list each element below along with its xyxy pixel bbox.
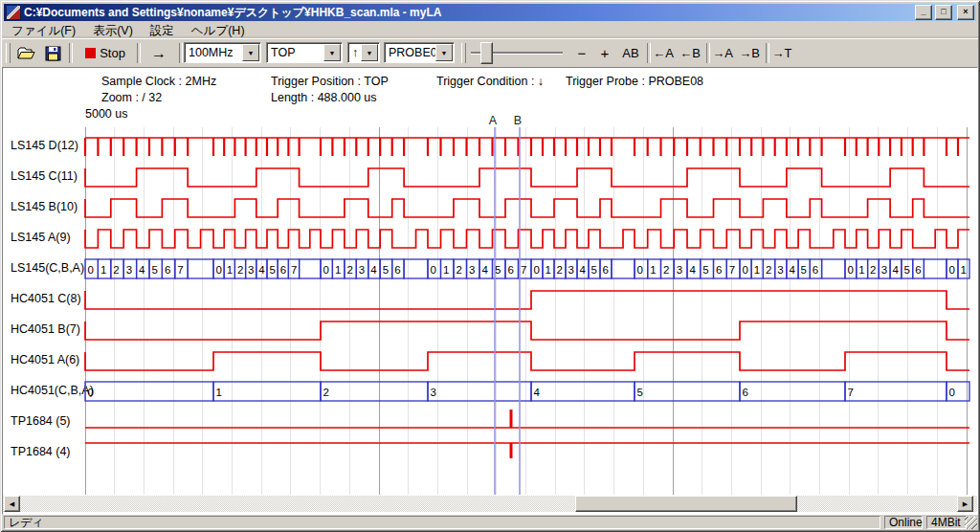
- bus-cell-label: 2: [870, 264, 876, 276]
- bus-cell-label: 6: [743, 387, 748, 398]
- waveform-plot[interactable]: 0123456701234567012345601234567012345601…: [3, 68, 977, 495]
- chevron-down-icon[interactable]: ▼: [242, 44, 259, 61]
- bus-cell-label: 6: [165, 264, 170, 276]
- bus-cell-label: 0: [88, 264, 94, 276]
- channel-wave: [85, 291, 969, 309]
- menu-help[interactable]: ヘルプ(H): [183, 22, 254, 40]
- channel-wave: [85, 321, 969, 340]
- bus-cell-label: 6: [508, 264, 514, 276]
- stop-icon: [85, 48, 96, 58]
- zoom-out-button[interactable]: −: [572, 42, 591, 64]
- bus-cell-label: 3: [881, 264, 887, 276]
- bus-cell-label: 2: [323, 387, 329, 398]
- bus-cell-label: 2: [557, 264, 563, 276]
- bus-cell-label: 1: [100, 264, 106, 276]
- chevron-down-icon[interactable]: ▼: [435, 44, 453, 61]
- bus-cell: [635, 382, 740, 401]
- bus-cell-label: 7: [521, 264, 526, 276]
- bus-cell-label: 3: [359, 264, 365, 276]
- scroll-right-icon[interactable]: ▶: [957, 496, 973, 512]
- bus-cell-label: 4: [370, 264, 377, 276]
- chevron-down-icon[interactable]: ▼: [323, 44, 341, 61]
- minimize-button[interactable]: _: [915, 5, 932, 20]
- window-title: C:¥Documents and Settings¥noname¥デスクトップ¥…: [24, 5, 912, 21]
- save-button[interactable]: [40, 42, 65, 64]
- bus-cell-label: 4: [893, 264, 900, 276]
- run-button[interactable]: →: [143, 42, 175, 64]
- bus-cell-label: 5: [801, 264, 807, 276]
- bus-cell-label: 0: [534, 264, 540, 276]
- cursor-a-label: A: [489, 114, 498, 127]
- bus-cell-label: 5: [637, 387, 643, 398]
- bus-cell-label: 1: [227, 264, 233, 276]
- bus-cell-label: 6: [280, 264, 286, 276]
- zoom-in-button[interactable]: +: [595, 42, 614, 64]
- scroll-left-icon[interactable]: ◀: [4, 496, 20, 512]
- bus-cell-label: 4: [258, 264, 265, 276]
- status-memory-badge: 4MBit: [926, 516, 967, 529]
- close-button[interactable]: ×: [957, 5, 974, 20]
- trigger-edge-combo[interactable]: ↑ ▼: [347, 42, 380, 63]
- bus-cell-label: 3: [126, 264, 132, 276]
- bus-cell: [740, 382, 845, 401]
- bus-cell: [924, 259, 947, 278]
- sample-clock-combo[interactable]: 100MHz ▼: [184, 42, 261, 63]
- status-online-badge: Online: [884, 516, 923, 529]
- bus-cell-label: 5: [152, 264, 158, 276]
- trigger-position-value: TOP: [271, 46, 295, 59]
- menu-view[interactable]: 表示(V): [84, 22, 142, 40]
- cursor-b-label: B: [514, 114, 522, 127]
- title-bar: C:¥Documents and Settings¥noname¥デスクトップ¥…: [4, 4, 976, 21]
- bus-cell-label: 0: [949, 387, 955, 398]
- bus-cell-label: 1: [961, 264, 967, 276]
- maximize-button[interactable]: □: [935, 5, 952, 20]
- menu-settings[interactable]: 設定: [142, 22, 183, 40]
- toolbar-separator: [179, 43, 183, 63]
- bus-cell-label: 6: [716, 264, 722, 276]
- bus-cell-label: 1: [443, 264, 449, 276]
- channel-wave: [85, 199, 969, 217]
- chevron-down-icon[interactable]: ▼: [361, 44, 378, 61]
- bus-cell-label: 0: [637, 264, 643, 276]
- jump-to-b-button[interactable]: ←B: [678, 42, 702, 64]
- bus-cell-label: 6: [813, 264, 818, 276]
- bus-cell-label: 1: [650, 264, 656, 276]
- channel-wave: [85, 352, 969, 370]
- toolbar-grip[interactable]: [461, 43, 466, 63]
- stop-button[interactable]: Stop: [78, 42, 132, 64]
- resize-grip[interactable]: [965, 517, 977, 529]
- bus-cell-label: 2: [457, 264, 462, 276]
- bus-cell: [612, 259, 635, 278]
- open-button[interactable]: [14, 42, 39, 64]
- toolbar: Stop → 100MHz ▼ TOP ▼ ↑ ▼ PROBE00 ▼ − + …: [2, 38, 978, 67]
- channel-wave: [85, 168, 969, 187]
- bus-cell: [188, 259, 213, 278]
- bus-cell-label: 0: [323, 264, 329, 276]
- status-bar: レディ Online 4MBit: [2, 516, 978, 530]
- bus-cell-label: 6: [915, 264, 921, 276]
- zoom-slider-thumb[interactable]: [480, 42, 493, 64]
- horizontal-scrollbar[interactable]: ◀ ▶: [3, 496, 977, 512]
- bus-cell-label: 4: [789, 264, 795, 276]
- bus-cell: [300, 259, 321, 278]
- trigger-probe-combo[interactable]: PROBE00 ▼: [384, 42, 455, 63]
- scrollbar-thumb[interactable]: [575, 496, 797, 512]
- bus-cell-label: 5: [702, 264, 708, 276]
- waveform-client-area: Sample Clock : 2MHz Trigger Position : T…: [2, 67, 978, 515]
- trigger-position-combo[interactable]: TOP ▼: [266, 42, 343, 63]
- bus-cell: [428, 382, 531, 401]
- bus-cell-label: 1: [216, 387, 222, 398]
- scrollbar-track[interactable]: [3, 496, 977, 512]
- trigger-edge-value: ↑: [352, 46, 358, 59]
- set-a-button[interactable]: →A: [710, 42, 735, 64]
- bus-cell-label: 1: [858, 264, 864, 276]
- toolbar-grip[interactable]: [6, 43, 11, 63]
- bus-cell-label: 2: [113, 264, 119, 276]
- jump-to-trigger-button[interactable]: →T: [769, 42, 794, 64]
- ab-button[interactable]: AB: [618, 42, 643, 64]
- channel-wave: [85, 230, 969, 248]
- set-b-button[interactable]: →B: [737, 42, 762, 64]
- jump-to-a-button[interactable]: ←A: [651, 42, 676, 64]
- menu-file[interactable]: ファイル(F): [3, 22, 84, 40]
- bus-cell-label: 1: [754, 264, 760, 276]
